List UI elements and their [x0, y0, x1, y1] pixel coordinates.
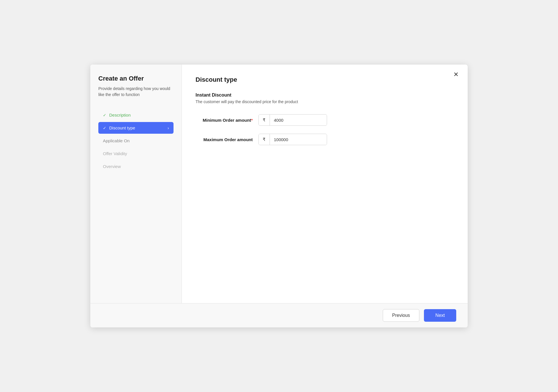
- main-content: ✕ Discount type Instant Discount The cus…: [182, 65, 468, 303]
- chevron-right-icon: ›: [168, 126, 169, 130]
- minimum-order-input-group: ₹: [258, 114, 327, 126]
- discount-type-label: Instant Discount: [196, 93, 454, 98]
- sidebar: Create an Offer Provide details regardin…: [90, 65, 182, 303]
- discount-type-description: The customer will pay the discounted pri…: [196, 99, 454, 104]
- sidebar-item-offer-validity: Offer Validity: [98, 148, 174, 159]
- minimum-order-input[interactable]: [270, 115, 327, 125]
- sidebar-item-discount-type[interactable]: ✓ Discount type ›: [98, 122, 174, 134]
- required-indicator: *: [251, 118, 253, 123]
- sidebar-item-description[interactable]: ✓ Description: [98, 109, 174, 121]
- sidebar-item-label: Overview: [103, 164, 121, 169]
- close-button[interactable]: ✕: [451, 70, 461, 79]
- sidebar-item-label: Description: [109, 113, 131, 117]
- modal-body: Create an Offer Provide details regardin…: [90, 65, 468, 303]
- minimum-order-label: Minimum Order amount*: [196, 118, 258, 123]
- sidebar-title: Create an Offer: [98, 75, 174, 82]
- currency-symbol-max: ₹: [259, 134, 270, 145]
- sidebar-subtitle: Provide details regarding how you would …: [98, 86, 174, 98]
- sidebar-item-label: Offer Validity: [103, 151, 127, 156]
- sidebar-item-overview: Overview: [98, 161, 174, 172]
- maximum-order-row: Maximum Order amount ₹: [196, 134, 454, 145]
- sidebar-item-applicable-on[interactable]: Applicable On: [98, 135, 174, 147]
- modal: Create an Offer Provide details regardin…: [90, 65, 468, 327]
- maximum-order-input[interactable]: [270, 134, 327, 145]
- currency-symbol-min: ₹: [259, 115, 270, 125]
- section-title: Discount type: [196, 76, 454, 83]
- previous-button[interactable]: Previous: [383, 309, 419, 322]
- sidebar-item-label: Discount type: [109, 125, 135, 130]
- check-icon: ✓: [103, 113, 106, 117]
- minimum-order-row: Minimum Order amount* ₹: [196, 114, 454, 126]
- sidebar-item-label: Applicable On: [103, 138, 129, 143]
- maximum-order-label: Maximum Order amount: [196, 137, 258, 142]
- next-button[interactable]: Next: [424, 309, 456, 322]
- maximum-order-input-group: ₹: [258, 134, 327, 145]
- check-icon-active: ✓: [103, 126, 106, 130]
- footer: Previous Next: [90, 303, 468, 327]
- nav-items: ✓ Description ✓ Discount type › Applicab…: [98, 109, 174, 172]
